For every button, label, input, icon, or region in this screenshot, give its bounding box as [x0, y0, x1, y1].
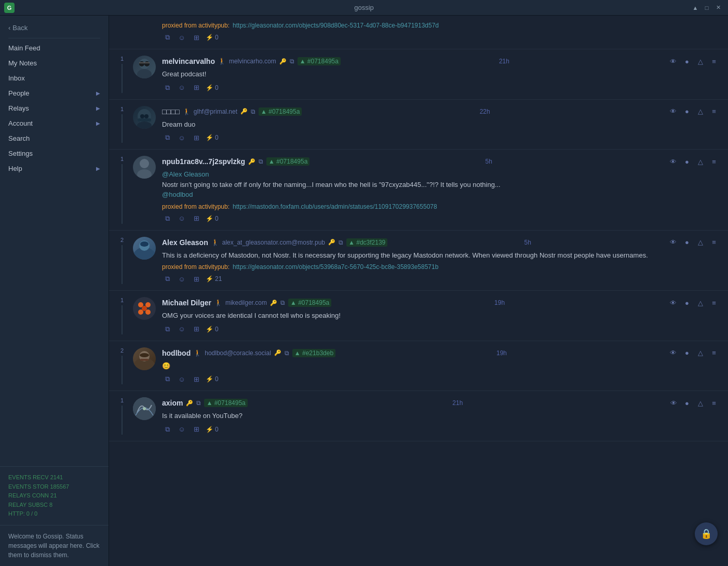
react-icon[interactable]: ☺: [177, 374, 187, 384]
copy-id-icon[interactable]: ⧉: [196, 399, 201, 407]
menu-button[interactable]: ≡: [708, 397, 720, 409]
back-button[interactable]: ‹ Back: [0, 20, 109, 36]
menu-button[interactable]: ≡: [708, 297, 720, 308]
bookmark-icon[interactable]: ⊞: [191, 424, 201, 435]
sidebar-item-my-notes[interactable]: My Notes: [0, 56, 109, 71]
dot-button[interactable]: ●: [681, 237, 693, 248]
react-icon[interactable]: ☺: [177, 83, 187, 93]
proxied-link[interactable]: https://gleasonator.com/objects/908d80ec…: [233, 22, 439, 29]
sidebar-item-inbox[interactable]: Inbox: [0, 71, 109, 86]
copy-icon[interactable]: ⧉: [162, 213, 172, 224]
zap-icon: ⚡: [206, 426, 213, 433]
post-header: Michael Dilger 🚶 mikedilger.com 🔑 ⧉ ▲ #0…: [162, 297, 720, 308]
triangle-button[interactable]: △: [695, 347, 706, 359]
sidebar-item-account[interactable]: Account ▶: [0, 116, 109, 131]
post-tag[interactable]: ▲ #0718495a: [266, 157, 309, 166]
dot-button[interactable]: ●: [681, 56, 693, 67]
menu-button[interactable]: ≡: [708, 106, 720, 117]
bookmark-icon[interactable]: ⊞: [191, 274, 201, 284]
post-tag[interactable]: ▲ #0718495a: [259, 107, 302, 116]
triangle-button[interactable]: △: [695, 397, 706, 409]
eye-button[interactable]: 👁: [668, 347, 679, 359]
post-tag[interactable]: ▲ #0718495a: [288, 299, 331, 307]
copy-id-icon[interactable]: ⧉: [285, 349, 289, 357]
dot-button[interactable]: ●: [681, 397, 693, 409]
triangle-button[interactable]: △: [695, 156, 706, 167]
copy-icon[interactable]: ⧉: [162, 83, 172, 93]
post-tag[interactable]: ▲ #e21b3deb: [292, 349, 335, 357]
zap-number: 0: [215, 326, 219, 333]
bookmark-icon[interactable]: ⊞: [191, 132, 201, 143]
triangle-button[interactable]: △: [695, 56, 706, 67]
svg-point-25: [140, 353, 149, 357]
bookmark-icon[interactable]: ⊞: [191, 32, 201, 43]
triangle-button[interactable]: △: [695, 237, 706, 248]
react-icon[interactable]: ☺: [177, 213, 187, 224]
dot-button[interactable]: ●: [681, 106, 693, 117]
dot-button[interactable]: ●: [681, 347, 693, 359]
eye-button[interactable]: 👁: [668, 156, 679, 167]
copy-id-icon[interactable]: ⧉: [251, 108, 255, 115]
copy-icon[interactable]: ⧉: [162, 132, 172, 143]
close-button[interactable]: ✕: [714, 4, 722, 11]
react-icon[interactable]: ☺: [177, 274, 187, 284]
minimize-button[interactable]: ▲: [692, 4, 699, 11]
bookmark-icon[interactable]: ⊞: [191, 374, 201, 384]
sidebar-item-people[interactable]: People ▶: [0, 86, 109, 101]
copy-id-icon[interactable]: ⧉: [259, 158, 263, 165]
proxied-link[interactable]: https://gleasonator.com/objects/53968a7c…: [233, 263, 438, 271]
post-name: melvincarvalho: [162, 57, 215, 65]
bookmark-icon[interactable]: ⊞: [191, 83, 201, 93]
post-tag[interactable]: ▲ #dc3f2139: [346, 238, 387, 247]
svg-point-7: [140, 114, 144, 118]
copy-icon[interactable]: ⧉: [162, 274, 172, 284]
copy-icon[interactable]: ⧉: [162, 32, 172, 43]
proxied-row: proxied from activitypub: https://gleaso…: [162, 263, 720, 271]
dot-button[interactable]: ●: [681, 156, 693, 167]
copy-id-icon[interactable]: ⧉: [339, 239, 343, 246]
copy-icon[interactable]: ⧉: [162, 424, 172, 435]
dot-button[interactable]: ●: [681, 297, 693, 308]
menu-button[interactable]: ≡: [708, 156, 720, 167]
triangle-button[interactable]: △: [695, 106, 706, 117]
eye-button[interactable]: 👁: [668, 397, 679, 409]
menu-button[interactable]: ≡: [708, 347, 720, 359]
copy-id-icon[interactable]: ⧉: [290, 58, 294, 65]
eye-button[interactable]: 👁: [668, 237, 679, 248]
post-body: axiom 🔑 ⧉ ▲ #0718495a 21h 👁 ● △ ≡ Is it …: [162, 397, 720, 435]
sidebar-item-settings[interactable]: Settings: [0, 146, 109, 161]
eye-button[interactable]: 👁: [668, 297, 679, 308]
react-icon[interactable]: ☺: [177, 132, 187, 143]
bookmark-icon[interactable]: ⊞: [191, 213, 201, 224]
sidebar-item-help[interactable]: Help ▶: [0, 161, 109, 176]
bookmark-icon[interactable]: ⊞: [191, 324, 201, 334]
post-content: Is it available on YouTube?: [162, 411, 720, 421]
title-bar: G gossip ▲ □ ✕: [0, 0, 728, 16]
react-icon[interactable]: ☺: [177, 424, 187, 435]
maximize-button[interactable]: □: [703, 4, 710, 11]
react-icon[interactable]: ☺: [177, 32, 187, 43]
eye-button[interactable]: 👁: [668, 56, 679, 67]
post-tag[interactable]: ▲ #0718495a: [204, 399, 247, 407]
zap-number: 0: [215, 375, 219, 383]
eye-button[interactable]: 👁: [668, 106, 679, 117]
sidebar-item-search[interactable]: Search: [0, 131, 109, 146]
menu-button[interactable]: ≡: [708, 56, 720, 67]
sidebar-item-main-feed[interactable]: Main Feed: [0, 41, 109, 56]
copy-icon[interactable]: ⧉: [162, 374, 172, 384]
post-footer: ⧉ ☺ ⊞ ⚡ 21: [162, 274, 720, 284]
react-icon[interactable]: ☺: [177, 324, 187, 334]
post-tag[interactable]: ▲ #0718495a: [298, 57, 341, 65]
zap-count: ⚡ 0: [206, 134, 219, 141]
sidebar: ‹ Back Main Feed My Notes Inbox People ▶…: [0, 16, 109, 566]
menu-button[interactable]: ≡: [708, 237, 720, 248]
copy-id-icon[interactable]: ⧉: [280, 299, 285, 306]
zap-icon: ⚡: [206, 134, 213, 141]
copy-icon[interactable]: ⧉: [162, 324, 172, 334]
sidebar-item-relays[interactable]: Relays ▶: [0, 101, 109, 116]
lock-fab-button[interactable]: 🔒: [695, 522, 718, 545]
triangle-button[interactable]: △: [695, 297, 706, 308]
proxied-link[interactable]: https://mastodon.foxfam.club/users/admin…: [233, 203, 437, 210]
content-area[interactable]: proxied from activitypub: https://gleaso…: [109, 16, 728, 566]
svg-point-1: [139, 61, 144, 66]
